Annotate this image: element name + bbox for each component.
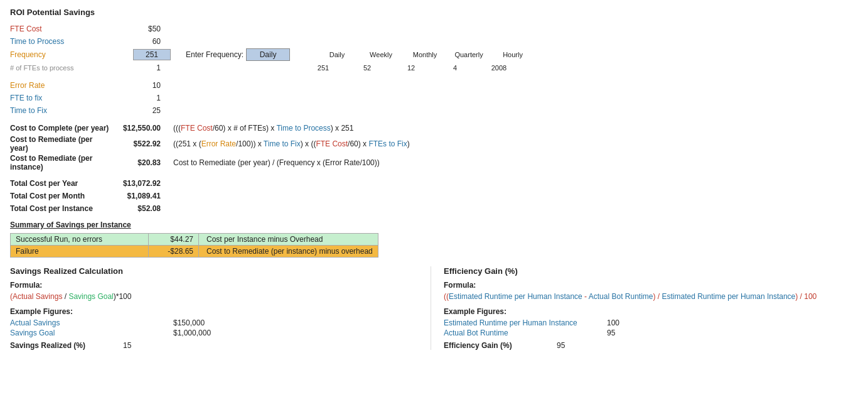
summary-success-label: Successful Run, no errors [11,234,149,246]
cost-remediate-inst-label: Cost to Remediate (per instance) [10,154,110,171]
time-to-fix-value: 25 [110,106,173,115]
efficiency-example-human: Estimated Runtime per Human Instance 100 [444,318,858,327]
efficiency-formula-human2: Estimated Runtime per Human Instance [662,292,796,301]
total-instance-value: $52.08 [110,204,173,213]
freq-header-quarterly: Quarterly [447,51,491,58]
savings-formula: (Actual Savings / Savings Goal)*100 [10,292,424,301]
cost-remediate-year-formula: ((251 x (Error Rate/100)) x Time to Fix)… [173,139,858,148]
cost-complete-formula: (((FTE Cost/60) x # of FTEs) x Time to P… [173,124,858,133]
cost-complete-label: Cost to Complete (per year) [10,124,110,133]
time-to-process-label: Time to Process [10,37,110,46]
savings-goal-value: $1,000,000 [173,329,223,337]
efficiency-formula-title: Formula: [444,281,858,290]
frequency-dropdown[interactable]: Daily [246,48,290,61]
savings-formula-actual: Actual Savings [13,292,62,301]
total-instance-label: Total Cost per Instance [10,204,110,213]
frequency-label: Frequency [10,50,110,59]
freq-header-monthly: Monthly [403,51,447,58]
savings-formula-div: / [62,292,68,301]
freq-val-weekly: 52 [345,64,389,72]
savings-realized-title: Savings Realized Calculation [10,266,424,276]
savings-formula-suffix: )*100 [114,292,132,301]
num-ftes-label: # of FTEs to process [10,64,110,72]
fte-to-fix-label: FTE to fix [10,94,110,102]
efficiency-example-bot: Actual Bot Runtime 95 [444,329,858,337]
savings-realized-result-label: Savings Realized (%) [10,341,123,350]
time-to-process-value: 60 [110,37,173,46]
efficiency-formula-bot: Actual Bot Runtime [589,292,653,301]
fte-to-fix-value: 1 [110,94,173,102]
freq-header-weekly: Weekly [359,51,403,58]
time-to-fix-label: Time to Fix [10,106,110,115]
efficiency-example-title: Example Figures: [444,307,858,316]
error-rate-label: Error Rate [10,81,110,90]
efficiency-human-value: 100 [607,318,657,327]
num-ftes-value: 1 [110,63,173,72]
savings-example-goal: Savings Goal $1,000,000 [10,329,424,337]
savings-actual-label: Actual Savings [10,318,173,327]
enter-frequency-label: Enter Frequency: [186,50,244,59]
frequency-value[interactable]: 251 [133,49,171,60]
efficiency-bot-value: 95 [607,329,657,337]
savings-realized-result-value: 15 [123,341,131,350]
efficiency-bot-label: Actual Bot Runtime [444,329,607,337]
fte-cost-label: FTE Cost [10,24,110,33]
savings-formula-goal: Savings Goal [68,292,113,301]
cost-remediate-year-label: Cost to Remediate (per year) [10,135,110,153]
efficiency-gain-title: Efficiency Gain (%) [444,266,858,276]
efficiency-result-label: Efficiency Gain (%) [444,341,557,350]
summary-failure-label: Failure [11,246,149,258]
cost-remediate-year-value: $522.92 [110,139,173,148]
summary-table: Successful Run, no errors $44.27 Cost pe… [10,233,378,258]
freq-val-monthly: 12 [389,64,433,72]
total-month-value: $1,089.41 [110,192,173,200]
summary-title: Summary of Savings per Instance [10,220,858,229]
savings-example-title: Example Figures: [10,307,424,316]
cost-remediate-inst-value: $20.83 [110,158,173,167]
cost-remediate-inst-formula: Cost to Remediate (per year) / (Frequenc… [173,158,858,167]
savings-goal-label: Savings Goal [10,329,173,337]
savings-actual-value: $150,000 [173,318,223,327]
summary-row-success: Successful Run, no errors $44.27 Cost pe… [11,234,378,246]
savings-example-actual: Actual Savings $150,000 [10,318,424,327]
freq-header-hourly: Hourly [491,51,535,58]
summary-success-value: $44.27 [149,234,199,246]
efficiency-formula-human: Estimated Runtime per Human Instance [449,292,582,301]
efficiency-result-value: 95 [557,341,565,350]
freq-val-hourly: 2008 [477,64,521,72]
efficiency-result-row: Efficiency Gain (%) 95 [444,341,858,350]
summary-failure-desc: Cost to Remediate (per instance) minus o… [199,246,378,258]
total-year-label: Total Cost per Year [10,179,110,188]
freq-val-daily: 251 [301,64,345,72]
total-month-label: Total Cost per Month [10,192,110,200]
summary-row-failure: Failure -$28.65 Cost to Remediate (per i… [11,246,378,258]
cost-complete-value: $12,550.00 [110,124,173,133]
freq-header-daily: Daily [315,51,359,58]
freq-val-quarterly: 4 [433,64,477,72]
error-rate-value: 10 [110,81,173,90]
page-title: ROI Potential Savings [10,8,858,17]
total-year-value: $13,072.92 [110,179,173,188]
summary-success-desc: Cost per Instance minus Overhead [199,234,378,246]
savings-formula-title: Formula: [10,281,424,290]
savings-realized-result-row: Savings Realized (%) 15 [10,341,424,350]
fte-cost-value: $50 [110,24,173,33]
summary-failure-value: -$28.65 [149,246,199,258]
efficiency-human-label: Estimated Runtime per Human Instance [444,318,607,327]
efficiency-formula: ((Estimated Runtime per Human Instance -… [444,292,858,301]
